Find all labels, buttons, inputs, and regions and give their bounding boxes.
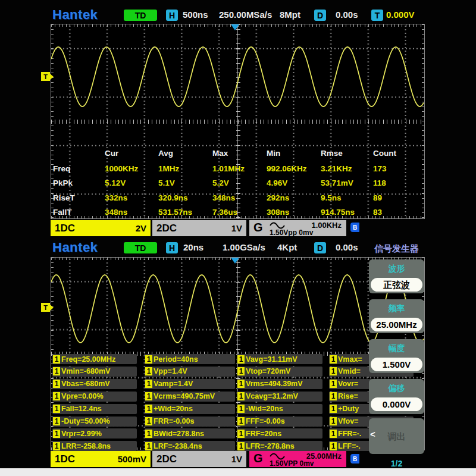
measurement-chip: 1LFR=-278.8ns: [237, 441, 322, 451]
measurement-chip: 1BWid=278.8ns: [145, 428, 235, 439]
measurement-chip: 1Vbas=-680mV: [52, 379, 137, 389]
channel2-scale: 1V: [231, 223, 242, 233]
generator-label: G: [253, 452, 263, 465]
channel1-label: 1DC: [55, 453, 75, 465]
measurement-text: FFR=-.: [337, 430, 361, 438]
trigger-position-arrow-icon[interactable]: [231, 258, 239, 264]
channel2-label: 2DC: [156, 223, 177, 234]
table-cell: 348ns: [105, 208, 158, 217]
channel1-badge: 1: [53, 355, 60, 364]
delay-badge-icon[interactable]: D: [314, 242, 326, 253]
measurement-text: Vfov=: [337, 417, 358, 425]
channel2-box[interactable]: 2DC 1V: [152, 451, 246, 467]
generator-amplitude: 1.50VPP 0mv: [270, 459, 314, 468]
channel1-badge: 1: [145, 442, 152, 450]
amplitude-button[interactable]: 幅度 1.500V: [369, 339, 424, 373]
measurement-chip: 1LRF=-238.4ns: [145, 441, 235, 451]
measurement-text: LFF=-.: [337, 442, 361, 450]
measurement-text: +Wid=20ns: [153, 405, 193, 413]
channel2-box[interactable]: 2DC 1V: [152, 220, 246, 236]
usb-b-icon: B: [350, 223, 359, 232]
measurement-text: Fall=12.4ns: [61, 405, 102, 413]
channel1-badge: 1: [145, 355, 152, 364]
horizontal-badge-icon[interactable]: H: [166, 10, 178, 21]
trigger-badge-icon[interactable]: T: [371, 10, 383, 21]
table-cell: 1.01MHz: [212, 164, 267, 173]
channel1-label: 1DC: [55, 223, 75, 234]
recall-button[interactable]: < 调出: [369, 418, 424, 454]
measurement-text: FRR=-0.00s: [153, 417, 194, 425]
delay-badge-icon[interactable]: D: [314, 10, 326, 21]
measurement-chip: 1FRR=-0.00s: [145, 416, 235, 427]
trigger-position-arrow-icon[interactable]: [231, 24, 239, 30]
measure-table: CurAvgMaxMinRmseCountFreq1000KHz1MHz1.01…: [53, 145, 421, 220]
trigger-level-flag[interactable]: T: [41, 72, 50, 81]
channel1-badge: 1: [330, 417, 337, 425]
table-cell: 83: [373, 208, 421, 217]
horizontal-badge-icon[interactable]: H: [166, 242, 178, 253]
table-cell: 320.9ns: [158, 193, 212, 202]
table-header: Rmse: [321, 149, 373, 158]
measurement-text: -Wid=20ns: [245, 405, 283, 413]
frequency-button[interactable]: 频率 25.00MHz: [369, 299, 424, 333]
table-cell: 1000KHz: [105, 164, 158, 173]
generator-frequency: 1.00KHz: [311, 221, 342, 230]
trigger-mode-badge[interactable]: TD: [124, 242, 157, 253]
measurement-chip: 1Vcavg=31.2mV: [237, 392, 322, 402]
frequency-value: 25.00MHz: [371, 318, 422, 331]
generator-status-box[interactable]: G 25.00MHz 1.50VPP 0mv: [249, 451, 346, 467]
bottom-letterbox: [0, 468, 476, 476]
waveform-button-label: 波形: [369, 264, 424, 274]
measurement-text: Vcavg=31.2mV: [245, 392, 298, 400]
table-cell: 308ns: [267, 208, 321, 217]
channel1-scale: 500mV: [118, 454, 146, 464]
measurement-text: Vmin=-680mV: [61, 367, 110, 375]
measurement-text: Vavg=31.11mV: [245, 355, 298, 364]
channel1-badge: 1: [237, 430, 245, 438]
channel2-scale: 1V: [231, 454, 242, 464]
table-cell: 5.12V: [105, 178, 158, 187]
table-cell: 7.36us: [212, 208, 267, 217]
channel1-badge: 1: [145, 405, 152, 413]
frequency-button-label: 频率: [369, 303, 424, 314]
measurement-text: LFR=-278.8ns: [245, 442, 295, 450]
amplitude-button-label: 幅度: [369, 343, 424, 354]
offset-button[interactable]: 偏移 0.000V: [369, 379, 424, 414]
table-cell: 1MHz: [158, 164, 212, 173]
trigger-level-flag[interactable]: T: [41, 303, 50, 312]
table-cell: 992.06KHz: [267, 164, 321, 173]
measurement-text: Vamp=1.4V: [153, 380, 193, 388]
measurement-text: Vovr=: [337, 380, 358, 388]
channel1-badge: 1: [53, 430, 60, 438]
generator-amplitude: 1.50Vpp 0mv: [270, 228, 313, 237]
brand-logo: Hantek: [52, 240, 98, 255]
channel1-badge: 1: [330, 380, 337, 388]
trigger-mode-badge[interactable]: TD: [124, 10, 157, 21]
measurement-chip: 1Vtop=720mV: [237, 367, 322, 377]
measurement-text: Vpre=0.00%: [61, 392, 104, 400]
table-cell: 332ns: [105, 193, 158, 202]
table-cell: 531.57ns: [158, 208, 212, 217]
channel1-box[interactable]: 1DC 500mV: [51, 451, 151, 467]
measurement-text: Period=40ns: [153, 355, 198, 364]
table-header: Cur: [105, 149, 158, 158]
timebase-value: 500ns: [183, 10, 208, 20]
table-header: Count: [373, 149, 421, 158]
measurement-text: FFF=-0.00s: [245, 417, 285, 425]
measurement-overlay: 1Freq=25.00MHz1Vmin=-680mV1Vbas=-680mV1V…: [51, 354, 424, 452]
measurement-text: LRR=-258.8ns: [61, 442, 111, 450]
measurement-chip: 1Fall=12.4ns: [52, 404, 137, 414]
measurement-text: Vmax=: [337, 355, 362, 364]
table-cell: 118: [373, 178, 421, 187]
generator-status-box[interactable]: G 1.00KHz 1.50Vpp 0mv: [249, 220, 346, 236]
channel1-badge: 1: [53, 417, 60, 425]
channel1-box[interactable]: 1DC 2V: [51, 220, 151, 236]
measurement-text: Freq=25.00MHz: [61, 355, 115, 364]
waveform-button[interactable]: 波形 正弦波: [369, 259, 424, 293]
generator-panel-title: 信号发生器: [369, 243, 424, 255]
channel1-badge: 1: [145, 417, 152, 425]
channel1-badge: 1: [330, 367, 337, 375]
table-cell: 89: [373, 193, 421, 202]
page-indicator[interactable]: 1/2: [369, 459, 424, 468]
table-cell: 9.5ns: [321, 193, 373, 202]
